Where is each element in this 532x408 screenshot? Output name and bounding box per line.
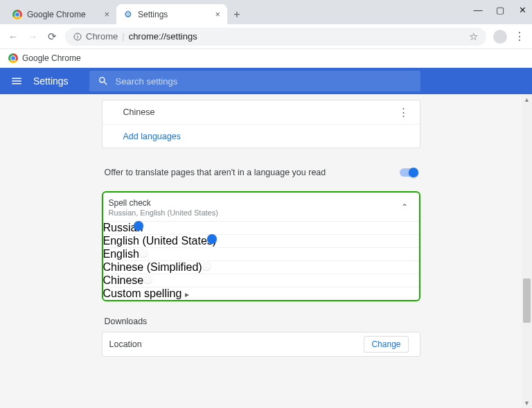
forward-button: → [26, 30, 39, 42]
chrome-favicon-icon [12, 10, 22, 19]
scroll-up-arrow[interactable]: ▲ [522, 94, 532, 105]
download-location-row: Location Change [102, 332, 420, 357]
search-placeholder: Search settings [116, 76, 178, 87]
custom-spelling-label: Custom spelling [103, 287, 182, 299]
browser-tab-settings[interactable]: ⚙ Settings × [116, 4, 227, 24]
settings-search-input[interactable]: Search settings [89, 71, 420, 91]
translate-offer-toggle[interactable] [400, 168, 418, 177]
spell-check-title: Spell check [109, 198, 401, 208]
omnibox-scheme: Chrome [86, 31, 118, 42]
bookmarks-bar: Google Chrome [0, 49, 532, 68]
settings-content: Chinese ⋮ Add languages Offer to transla… [0, 94, 532, 408]
language-label: Chinese [123, 107, 155, 117]
tab-title: Settings [138, 10, 168, 19]
spell-label: Chinese [103, 274, 144, 286]
spell-row-chinese-simplified: Chinese (Simplified) [103, 260, 419, 274]
settings-page-title: Settings [33, 76, 69, 87]
back-button[interactable]: ← [7, 30, 19, 42]
spell-row-russian: Russian [103, 221, 419, 234]
chrome-favicon-icon [8, 53, 18, 63]
settings-menu-button[interactable] [0, 75, 33, 87]
download-location-label: Location [109, 339, 142, 349]
svg-rect-1 [78, 36, 78, 39]
custom-spelling-row[interactable]: Custom spelling ▸ [103, 287, 419, 300]
settings-gear-icon: ⚙ [123, 10, 133, 19]
spell-check-collapse-button[interactable]: ⌃ [401, 198, 408, 212]
languages-card: Chinese ⋮ Add languages [102, 100, 420, 148]
toolbar: ← → ⟳ Chrome | chrome://settings ☆ ⋮ [0, 24, 532, 49]
svg-rect-2 [78, 35, 78, 35]
window-maximize-button[interactable]: ▢ [496, 6, 504, 14]
omnibox-separator: | [122, 31, 124, 42]
profile-avatar[interactable] [493, 30, 507, 44]
spell-check-subtitle: Russian, English (United States) [109, 209, 401, 217]
address-bar[interactable]: Chrome | chrome://settings ☆ [65, 28, 486, 46]
browser-tab-strip: Google Chrome × ⚙ Settings × + [0, 0, 532, 24]
reload-button[interactable]: ⟳ [46, 30, 58, 43]
bookmark-item[interactable]: Google Chrome [22, 53, 81, 63]
spell-check-card: Spell check Russian, English (United Sta… [102, 191, 420, 301]
translate-offer-row: Offer to translate pages that aren't in … [102, 161, 420, 184]
site-info-icon[interactable] [73, 33, 82, 41]
download-change-button[interactable]: Change [364, 336, 408, 353]
spell-row-chinese: Chinese [103, 274, 419, 287]
search-icon [98, 76, 109, 87]
tab-title: Google Chrome [27, 10, 86, 19]
vertical-scrollbar[interactable]: ▲ ▼ [522, 94, 532, 408]
tab-close-button[interactable]: × [104, 9, 109, 19]
spell-row-english: English [103, 247, 419, 260]
spell-label: English [103, 248, 139, 260]
bookmark-star-icon[interactable]: ☆ [469, 30, 478, 43]
scroll-down-arrow[interactable]: ▼ [522, 398, 532, 408]
window-minimize-button[interactable]: — [474, 6, 482, 14]
spell-label: English (United States) [103, 235, 217, 247]
downloads-section-label: Downloads [102, 314, 420, 332]
chevron-right-icon: ▸ [185, 290, 189, 299]
omnibox-url: chrome://settings [129, 31, 197, 42]
window-close-button[interactable]: ✕ [518, 6, 526, 14]
add-languages-label: Add languages [123, 132, 181, 141]
tab-close-button[interactable]: × [215, 9, 220, 19]
language-row-chinese: Chinese ⋮ [103, 100, 420, 124]
translate-offer-label: Offer to translate pages that aren't in … [105, 168, 326, 177]
spell-label: Chinese (Simplified) [103, 261, 202, 273]
spell-row-en-us: English (United States) [103, 234, 419, 247]
browser-menu-button[interactable]: ⋮ [514, 30, 525, 43]
add-languages-button[interactable]: Add languages [103, 124, 420, 148]
language-options-button[interactable]: ⋮ [398, 106, 409, 118]
browser-tab-google-chrome[interactable]: Google Chrome × [6, 4, 116, 24]
settings-header: Settings Search settings [0, 68, 532, 94]
new-tab-button[interactable]: + [227, 5, 247, 24]
scrollbar-thumb[interactable] [523, 278, 531, 323]
